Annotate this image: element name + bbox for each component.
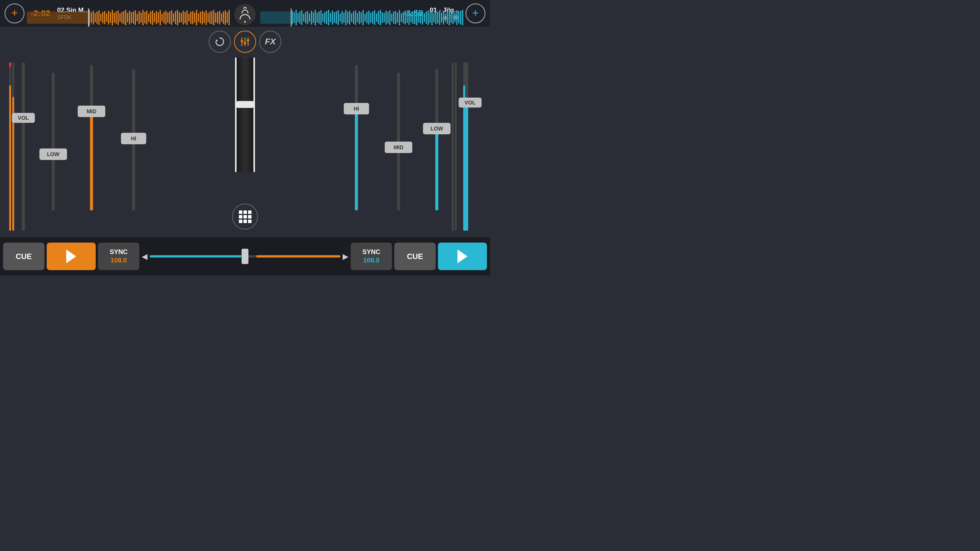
cue-right-button[interactable]: CUE — [394, 243, 436, 270]
crossfader-container: ◀ ▶ — [142, 243, 348, 270]
svg-rect-86 — [309, 13, 310, 22]
left-mid-fader-container: MID — [88, 65, 95, 233]
low-right-handle-label: LOW — [431, 126, 443, 132]
svg-rect-101 — [338, 10, 339, 25]
play-left-button[interactable] — [47, 243, 96, 270]
svg-rect-87 — [311, 11, 312, 24]
right-waveform-svg — [260, 8, 463, 27]
crossfader-arrow-left: ◀ — [142, 252, 147, 261]
svg-rect-99 — [334, 12, 335, 23]
left-low-fader-container: LOW — [50, 73, 57, 233]
cue-left-button[interactable]: CUE — [3, 243, 44, 270]
svg-rect-115 — [364, 14, 366, 21]
svg-rect-14 — [114, 13, 115, 23]
right-vu-display — [451, 62, 459, 231]
loop-button[interactable] — [209, 31, 231, 53]
svg-rect-104 — [343, 13, 345, 23]
svg-rect-133 — [399, 10, 400, 25]
svg-rect-53 — [188, 14, 189, 21]
svg-rect-118 — [370, 13, 371, 23]
svg-rect-111 — [357, 13, 358, 22]
svg-rect-41 — [165, 11, 167, 24]
fx-button[interactable]: FX — [259, 31, 281, 53]
svg-rect-63 — [207, 13, 209, 22]
svg-rect-89 — [315, 10, 316, 25]
svg-rect-158 — [447, 11, 448, 24]
svg-rect-147 — [426, 11, 427, 24]
svg-rect-66 — [213, 10, 214, 25]
svg-marker-168 — [216, 39, 218, 42]
left-vu-display — [8, 62, 16, 231]
mixer-eq-button[interactable] — [234, 31, 256, 53]
svg-rect-128 — [389, 10, 390, 25]
svg-rect-138 — [408, 10, 410, 25]
svg-rect-37 — [158, 12, 159, 23]
vol-right-handle[interactable]: VOL — [459, 98, 482, 108]
svg-rect-146 — [424, 13, 425, 22]
right-low-fader[interactable]: LOW — [433, 69, 440, 210]
svg-rect-78 — [294, 12, 295, 23]
svg-rect-167 — [291, 8, 292, 27]
svg-rect-155 — [441, 13, 442, 23]
svg-rect-90 — [317, 13, 318, 23]
svg-rect-153 — [437, 12, 438, 23]
right-hi-fader[interactable]: HI — [353, 65, 360, 210]
sync-right-button[interactable]: SYNC 108.0 — [351, 243, 392, 270]
svg-rect-159 — [449, 10, 450, 25]
svg-rect-98 — [332, 11, 333, 24]
crossfader-horizontal[interactable] — [150, 243, 340, 270]
svg-rect-172 — [244, 42, 246, 44]
sync-left-bpm: 108.0 — [111, 257, 127, 264]
svg-rect-20 — [125, 10, 126, 25]
svg-rect-110 — [355, 10, 356, 25]
crossfader-handle[interactable] — [242, 249, 248, 264]
right-mid-fader[interactable]: MID — [395, 73, 402, 210]
svg-rect-145 — [422, 11, 423, 24]
svg-rect-143 — [418, 13, 419, 23]
grid-button[interactable] — [232, 204, 258, 230]
mixer-eq-icon — [240, 36, 250, 47]
sync-left-button[interactable]: SYNC 108.0 — [98, 243, 139, 270]
svg-rect-129 — [391, 14, 392, 21]
svg-rect-124 — [382, 12, 383, 23]
svg-rect-130 — [393, 11, 394, 24]
left-hi-fader[interactable]: HI — [130, 69, 137, 210]
svg-rect-152 — [435, 11, 436, 24]
vol-right-label: VOL — [465, 99, 476, 106]
plus-icon-left: + — [11, 7, 18, 19]
left-mid-fader[interactable]: MID — [88, 65, 95, 210]
svg-rect-75 — [88, 8, 89, 27]
svg-rect-26 — [137, 14, 138, 21]
right-waveform — [260, 8, 463, 27]
svg-rect-109 — [353, 11, 354, 24]
center-vertical-fader[interactable] — [235, 57, 255, 172]
left-low-fader[interactable]: LOW — [50, 73, 57, 210]
svg-rect-127 — [387, 12, 389, 23]
svg-rect-84 — [305, 12, 306, 23]
play-right-button[interactable] — [438, 243, 487, 270]
svg-rect-50 — [183, 11, 184, 24]
svg-rect-30 — [144, 12, 145, 23]
left-vol-fader-container: VOL — [8, 59, 39, 233]
grid-icon — [239, 210, 252, 223]
svg-rect-40 — [163, 12, 165, 23]
right-hi-fader-container: HI — [353, 65, 360, 233]
svg-rect-160 — [451, 12, 452, 23]
mid-right-handle-label: MID — [394, 144, 403, 150]
svg-rect-119 — [372, 11, 373, 24]
add-track-right-button[interactable]: + — [466, 3, 485, 23]
right-vol-fader[interactable] — [462, 62, 469, 231]
svg-rect-148 — [428, 10, 429, 25]
svg-rect-93 — [322, 13, 323, 22]
svg-rect-22 — [129, 11, 130, 24]
svg-rect-174 — [247, 39, 249, 41]
left-waveform — [27, 8, 230, 27]
add-track-left-button[interactable]: + — [5, 3, 24, 23]
fx-label: FX — [265, 37, 276, 47]
left-vol-fader[interactable]: VOL — [20, 62, 27, 231]
svg-rect-114 — [363, 10, 364, 25]
low-left-handle-label: LOW — [47, 151, 60, 157]
svg-rect-38 — [160, 10, 161, 25]
svg-rect-142 — [416, 10, 417, 25]
svg-rect-150 — [431, 10, 433, 25]
